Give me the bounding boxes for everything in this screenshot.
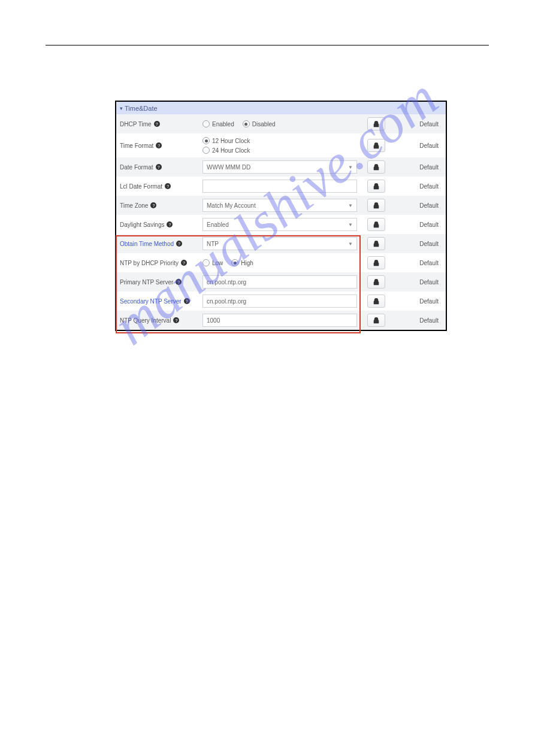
lock-button[interactable] (367, 180, 385, 193)
help-icon[interactable]: ? (150, 202, 156, 208)
help-icon[interactable]: ? (156, 142, 162, 148)
top-horizontal-rule (46, 45, 489, 45)
ntp-dhcp-priority-radio-group: Low High (202, 259, 361, 266)
default-link[interactable]: Default (391, 202, 442, 209)
help-icon[interactable]: ? (165, 183, 171, 189)
lock-button[interactable] (367, 256, 385, 269)
help-icon[interactable]: ? (176, 279, 182, 285)
lock-button[interactable] (367, 160, 385, 174)
lock-button[interactable] (367, 237, 385, 250)
row-ntp-dhcp-priority: NTP by DHCP Priority ? Low High Default (116, 253, 446, 272)
row-secondary-ntp-server: Secondary NTP Server ? cn.pool.ntp.org D… (116, 292, 446, 311)
default-link[interactable]: Default (391, 298, 442, 305)
row-time-format: Time Format ? 12 Hour Clock 24 Hour Cloc… (116, 133, 446, 157)
label-primary-ntp-server: Primary NTP Server ? (120, 279, 202, 286)
lock-button[interactable] (367, 294, 385, 308)
default-link[interactable]: Default (391, 183, 442, 190)
lcl-date-format-input[interactable] (202, 180, 357, 193)
lock-button[interactable] (367, 314, 385, 327)
lock-button[interactable] (367, 139, 385, 152)
default-link[interactable]: Default (391, 279, 442, 286)
primary-ntp-server-input[interactable]: cn.pool.ntp.org (202, 275, 357, 289)
time-format-12hr-radio[interactable]: 12 Hour Clock (202, 137, 361, 144)
dropdown-caret-icon: ▼ (348, 165, 353, 170)
chevron-down-icon: ▾ (120, 105, 123, 111)
label-daylight-savings: Daylight Savings ? (120, 221, 202, 228)
time-format-24hr-radio[interactable]: 24 Hour Clock (202, 147, 361, 154)
default-link[interactable]: Default (391, 121, 442, 127)
dhcp-time-disabled-radio[interactable]: Disabled (243, 120, 276, 127)
obtain-time-method-select[interactable]: NTP ▼ (202, 237, 357, 250)
default-link[interactable]: Default (391, 221, 442, 228)
row-lcl-date-format: Lcl Date Format ? Default (116, 177, 446, 196)
row-daylight-savings: Daylight Savings ? Enabled ▼ Default (116, 215, 446, 234)
label-date-format: Date Format ? (120, 164, 202, 171)
help-icon[interactable]: ? (154, 121, 160, 127)
ntp-query-interval-input[interactable]: 1000 (202, 314, 357, 327)
lock-button[interactable] (367, 218, 385, 231)
label-ntp-query-interval: NTP Query Interval ? (120, 317, 202, 324)
dropdown-caret-icon: ▼ (348, 222, 353, 227)
help-icon[interactable]: ? (176, 241, 182, 247)
label-lcl-date-format: Lcl Date Format ? (120, 183, 202, 190)
date-format-select[interactable]: WWW MMM DD ▼ (202, 160, 357, 174)
default-link[interactable]: Default (391, 241, 442, 247)
secondary-ntp-server-input[interactable]: cn.pool.ntp.org (202, 294, 357, 308)
label-secondary-ntp-server: Secondary NTP Server ? (120, 298, 202, 305)
row-dhcp-time: DHCP Time ? Enabled Disabled Default (116, 114, 446, 133)
default-link[interactable]: Default (391, 317, 442, 324)
section-title: Time&Date (125, 105, 158, 112)
time-date-panel: ▾ Time&Date DHCP Time ? Enabled Disabled… (115, 101, 447, 331)
lock-button[interactable] (367, 117, 385, 130)
label-time-zone: Time Zone ? (120, 202, 202, 209)
default-link[interactable]: Default (391, 142, 442, 149)
lock-button[interactable] (367, 199, 385, 212)
help-icon[interactable]: ? (156, 164, 162, 170)
ntp-priority-low-radio[interactable]: Low (202, 259, 223, 266)
dhcp-time-enabled-radio[interactable]: Enabled (202, 120, 234, 127)
lock-button[interactable] (367, 275, 385, 289)
row-ntp-query-interval: NTP Query Interval ? 1000 Default (116, 311, 446, 330)
section-header-time-date[interactable]: ▾ Time&Date (116, 102, 446, 114)
help-icon[interactable]: ? (173, 317, 179, 323)
help-icon[interactable]: ? (167, 221, 173, 227)
row-date-format: Date Format ? WWW MMM DD ▼ Default (116, 157, 446, 177)
row-time-zone: Time Zone ? Match My Account ▼ Default (116, 196, 446, 215)
time-zone-select[interactable]: Match My Account ▼ (202, 199, 357, 212)
dhcp-time-radio-group: Enabled Disabled (202, 120, 361, 127)
label-obtain-time-method: Obtain Time Method ? (120, 241, 202, 247)
daylight-savings-select[interactable]: Enabled ▼ (202, 218, 357, 231)
dropdown-caret-icon: ▼ (348, 241, 353, 247)
row-primary-ntp-server: Primary NTP Server ? cn.pool.ntp.org Def… (116, 272, 446, 292)
help-icon[interactable]: ? (184, 298, 190, 304)
label-time-format: Time Format ? (120, 142, 202, 149)
label-ntp-dhcp-priority: NTP by DHCP Priority ? (120, 260, 202, 266)
help-icon[interactable]: ? (181, 260, 187, 266)
dropdown-caret-icon: ▼ (348, 203, 353, 208)
ntp-priority-high-radio[interactable]: High (231, 259, 253, 266)
row-obtain-time-method: Obtain Time Method ? NTP ▼ Default (116, 234, 446, 253)
default-link[interactable]: Default (391, 260, 442, 266)
default-link[interactable]: Default (391, 164, 442, 171)
label-dhcp-time: DHCP Time ? (120, 121, 202, 127)
